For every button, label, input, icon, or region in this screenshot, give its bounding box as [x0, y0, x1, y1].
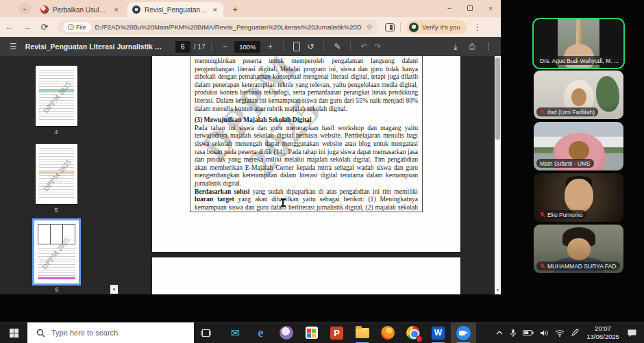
volume-icon[interactable]: [540, 329, 549, 337]
rotate-icon[interactable]: ↺: [304, 42, 317, 51]
start-button[interactable]: [0, 322, 27, 343]
scrollbar-down-icon[interactable]: ▾: [495, 286, 501, 294]
wifi-icon[interactable]: [555, 329, 565, 337]
thumbnail-page-4[interactable]: DPPM 2025: [36, 66, 77, 126]
microphone-tray-icon[interactable]: [510, 329, 517, 338]
toolbar-divider: [400, 22, 401, 33]
system-tray: 20:07 13/06/2025: [495, 325, 644, 341]
address-bar[interactable]: i File D:/P2AD%20Bu%20Main/PKM%20BIMA/Re…: [58, 20, 378, 34]
photos-app-button[interactable]: [273, 322, 299, 343]
tab-perbaikan-usulan[interactable]: Perbaikan Usulan Pengabdian | ×: [36, 2, 125, 17]
pdf-more-options-icon[interactable]: ⋮: [482, 42, 495, 51]
mail-app-button[interactable]: ✉: [223, 322, 248, 343]
taskbar-search-input[interactable]: Type here to search: [27, 322, 194, 343]
pdf-menu-icon[interactable]: ☰: [10, 42, 17, 51]
desktop: ⌄ Perbaikan Usulan Pengabdian | × Revisi…: [0, 0, 644, 343]
tab-revisi-penguatan[interactable]: Revisi_Penguatan Literasi Jurnal ×: [127, 2, 223, 17]
zoom-out-button[interactable]: −: [218, 42, 232, 51]
chrome-app-button[interactable]: [400, 322, 425, 343]
pdf-scrollbar[interactable]: ▾: [495, 56, 501, 294]
store-app-button[interactable]: [299, 322, 324, 343]
thumbnail-page-label: 4: [36, 129, 77, 136]
file-scheme-chip[interactable]: i File: [63, 22, 91, 32]
participant-name-tag: Drs. Agus Budi Wahyudi, M. ...: [536, 56, 620, 65]
folder-icon: [356, 328, 369, 338]
print-icon[interactable]: ⎙: [465, 42, 479, 51]
url-text: D:/P2AD%20Bu%20Main/PKM%20BIMA/Revisi_Pe…: [95, 23, 362, 31]
redo-icon[interactable]: ↷: [371, 42, 384, 51]
verify-its-you-button[interactable]: Verify it's you: [406, 20, 467, 34]
pdf-document-title: Revisi_Penguatan Literasi Jurnalistik Di…: [25, 42, 166, 51]
tab-close-icon[interactable]: ×: [212, 5, 219, 14]
muted-mic-icon: [540, 109, 545, 115]
tab-favicon: [132, 5, 140, 14]
new-tab-button[interactable]: +: [229, 3, 241, 16]
participant-tile-eko[interactable]: Eko Purnomo: [534, 173, 623, 222]
thumbnail-page-5[interactable]: DPPM 2025: [36, 144, 77, 204]
participant-name-tag: Main Sufanti - UMS: [536, 159, 594, 168]
page-total-label: / 17: [194, 43, 206, 51]
reload-button[interactable]: ⟳: [36, 22, 53, 32]
search-icon: [36, 329, 45, 338]
highlight-band: [38, 277, 75, 279]
minimize-button[interactable]: −: [439, 0, 460, 17]
browser-toolbar: ← → ⟳ i File D:/P2AD%20Bu%20Main/PKM%20B…: [0, 17, 501, 37]
task-view-button[interactable]: [194, 322, 217, 343]
pdf-viewer: DPPM 2025 4 DPPM 2025 5 DPPM 2025 6 ▾ DP…: [0, 56, 501, 294]
pinned-apps: ✉ e P W: [223, 322, 476, 343]
pdf-page-7: [152, 257, 460, 294]
taskbar-clock[interactable]: 20:07 13/06/2025: [585, 325, 621, 341]
edge-app-button[interactable]: e: [248, 322, 273, 343]
action-center-icon[interactable]: [627, 329, 637, 338]
file-explorer-button[interactable]: [349, 322, 375, 343]
tab-title: Perbaikan Usulan Pengabdian |: [53, 6, 109, 14]
muted-mic-icon: [540, 263, 545, 269]
close-window-button[interactable]: ×: [480, 0, 501, 17]
annotate-pen-icon[interactable]: ✎: [330, 42, 344, 51]
profile-avatar: [409, 23, 419, 32]
participant-tile-agus[interactable]: Drs. Agus Budi Wahyudi, M. ...: [534, 19, 623, 68]
powerpoint-app-button[interactable]: P: [324, 322, 349, 343]
bookmark-star-icon[interactable]: ☆: [366, 23, 373, 31]
browser-window: ⌄ Perbaikan Usulan Pengabdian | × Revisi…: [0, 0, 501, 294]
tab-close-icon[interactable]: ×: [113, 5, 120, 14]
maximize-button[interactable]: [460, 0, 480, 17]
sidebar-scroll-down-button[interactable]: ▾: [110, 285, 118, 294]
window-controls: − ×: [439, 0, 501, 17]
task-view-icon: [201, 329, 211, 338]
word-app-button[interactable]: W: [425, 322, 451, 343]
mail-icon: ✉: [231, 327, 240, 340]
tab-search-button[interactable]: ⌄: [18, 3, 32, 14]
browser-menu-icon[interactable]: ⋮: [473, 23, 482, 32]
thumbnail-page-6-selected[interactable]: DPPM 2025: [34, 220, 79, 283]
tab-title: Revisi_Penguatan Literasi Jurnal: [145, 6, 208, 14]
fit-to-page-icon[interactable]: [293, 42, 300, 51]
chevron-down-icon: ⌄: [22, 4, 27, 12]
tray-chevron-up-icon[interactable]: [495, 330, 504, 335]
info-icon: i: [68, 24, 74, 30]
windows-logo-icon: [10, 329, 18, 338]
scrollbar-thumb[interactable]: [495, 58, 500, 140]
download-icon[interactable]: ⤓: [449, 42, 462, 51]
page-number-input[interactable]: 6: [175, 41, 190, 53]
pen-tray-icon[interactable]: [571, 329, 579, 337]
maximize-icon: [467, 5, 473, 11]
participant-tile-ifad[interactable]: ifad (Umi Fadlilah): [534, 71, 623, 119]
side-panel-icon[interactable]: [385, 23, 395, 31]
clock-date: 13/06/2025: [585, 333, 621, 341]
pdf-page-6: DPPM 2025 memungkinkan peserta untuk mem…: [152, 56, 460, 252]
thumbnail-page-label: 6: [36, 286, 77, 293]
participant-tile-muhammad-surya[interactable]: MUHAMMAD SURYA FAD...: [534, 225, 623, 273]
zoom-in-button[interactable]: +: [263, 42, 277, 51]
zoom-level-value[interactable]: 100%: [234, 41, 260, 53]
undo-icon[interactable]: ↶: [357, 42, 371, 51]
forward-button[interactable]: →: [18, 22, 36, 32]
pdf-toolbar: ☰ Revisi_Penguatan Literasi Jurnalistik …: [0, 37, 501, 56]
firefox-app-button[interactable]: [375, 322, 400, 343]
tab-favicon: [40, 5, 49, 14]
participant-tile-main-sufanti[interactable]: Main Sufanti - UMS: [534, 122, 623, 170]
back-button[interactable]: ←: [0, 22, 18, 32]
zoom-app-button[interactable]: [451, 322, 476, 343]
store-icon: [306, 327, 318, 339]
battery-icon[interactable]: [523, 329, 534, 336]
